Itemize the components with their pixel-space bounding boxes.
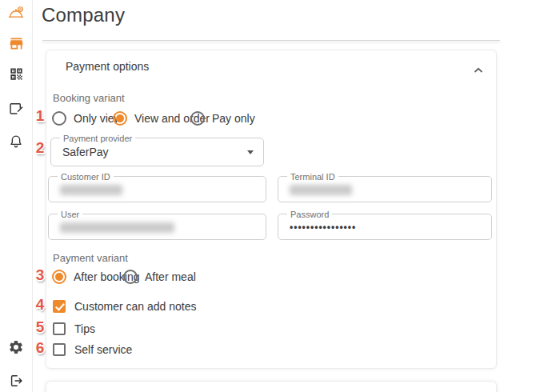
dropdown-arrow-icon <box>247 150 254 154</box>
user-label: User <box>58 210 82 219</box>
next-panel-edge[interactable] <box>46 381 497 392</box>
checkbox-customer-can-add-notes[interactable]: Customer can add notes <box>53 299 197 314</box>
payment-options-panel: Payment options Booking variant Only vie… <box>46 50 497 369</box>
qr-code-icon[interactable] <box>7 65 25 82</box>
annotation-3: 3 <box>31 266 49 284</box>
checkbox-label: Customer can add notes <box>74 300 197 313</box>
redacted-value <box>290 185 352 195</box>
payment-options-panel-header[interactable]: Payment options <box>46 50 496 81</box>
radio-circle <box>190 111 205 126</box>
radio-circle <box>123 270 138 284</box>
annotation-2: 2 <box>31 139 49 157</box>
customer-id-field[interactable]: Customer ID <box>48 176 266 202</box>
checkbox-self-service[interactable]: Self service <box>53 342 132 357</box>
header-divider <box>42 40 500 41</box>
payment-provider-select[interactable]: Payment provider SaferPay <box>50 138 264 166</box>
checkbox-unchecked <box>53 322 66 335</box>
calendar-edit-icon[interactable] <box>7 99 25 117</box>
radio-label: Pay only <box>212 112 255 125</box>
annotation-5: 5 <box>31 318 49 336</box>
redacted-value <box>60 185 122 195</box>
app-window: Company Payment options Booking variant … <box>0 0 536 392</box>
checkbox-unchecked <box>53 343 66 356</box>
chevron-up-icon[interactable] <box>474 62 483 77</box>
checkbox-label: Self service <box>74 343 132 356</box>
gear-icon[interactable] <box>7 338 25 356</box>
page-title: Company <box>42 4 125 26</box>
panel-title: Payment options <box>66 60 149 73</box>
radio-circle-selected <box>113 111 127 126</box>
annotation-6: 6 <box>31 339 49 357</box>
annotation-1: 1 <box>31 107 49 125</box>
checkbox-tips[interactable]: Tips <box>53 322 95 336</box>
radio-label: After meal <box>145 270 196 283</box>
radio-pay-only[interactable]: Pay only <box>190 111 255 126</box>
radio-circle-selected <box>52 270 66 284</box>
cloche-icon[interactable] <box>7 5 25 22</box>
customer-id-label: Customer ID <box>58 172 114 182</box>
checkbox-checked <box>53 300 66 313</box>
password-field[interactable]: Password •••••••••••••••• <box>278 214 492 240</box>
terminal-id-label: Terminal ID <box>287 172 338 182</box>
bell-icon[interactable] <box>7 133 25 150</box>
logout-icon[interactable] <box>7 372 25 390</box>
payment-provider-value: SaferPay <box>62 138 109 166</box>
booking-variant-label: Booking variant <box>53 92 125 104</box>
storefront-icon[interactable] <box>7 34 25 52</box>
checkbox-label: Tips <box>74 322 95 335</box>
terminal-id-field[interactable]: Terminal ID <box>278 176 492 202</box>
radio-after-meal[interactable]: After meal <box>123 270 196 284</box>
radio-circle <box>52 111 66 126</box>
annotation-4: 4 <box>31 296 49 314</box>
radio-only-view[interactable]: Only view <box>52 111 122 126</box>
redacted-value <box>60 222 174 233</box>
user-field[interactable]: User <box>48 214 266 240</box>
password-masked-value: •••••••••••••••• <box>290 214 356 239</box>
sidebar <box>0 0 33 392</box>
payment-variant-label: Payment variant <box>53 252 128 264</box>
